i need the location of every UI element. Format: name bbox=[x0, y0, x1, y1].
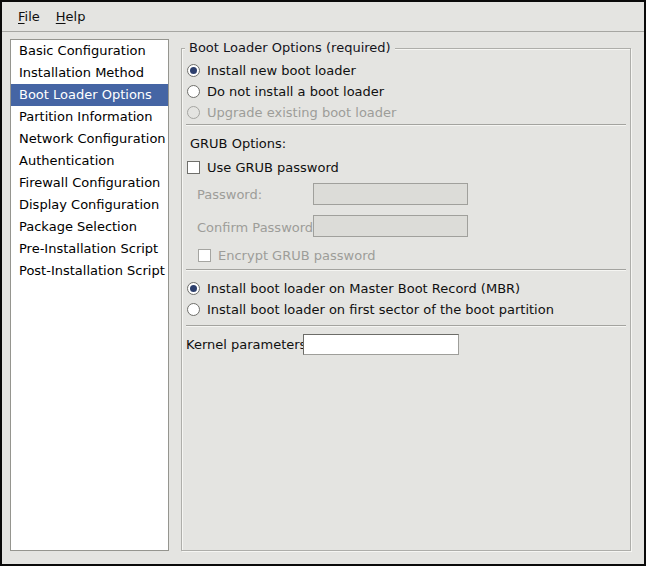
sidebar-item-display-configuration[interactable]: Display Configuration bbox=[11, 194, 168, 216]
menu-file-rest: ile bbox=[25, 9, 40, 24]
confirm-password-label: Confirm Password: bbox=[197, 220, 317, 235]
menu-help-accel: H bbox=[56, 9, 66, 24]
menu-help[interactable]: Help bbox=[48, 5, 94, 28]
boot-loader-options-frame: Boot Loader Options (required) Install n… bbox=[181, 48, 631, 551]
radio-icon bbox=[187, 64, 200, 77]
sidebar-item-post-installation-script[interactable]: Post-Installation Script bbox=[11, 260, 168, 282]
radio-icon bbox=[187, 282, 200, 295]
radio-label: Install boot loader on Master Boot Recor… bbox=[207, 281, 520, 296]
password-row: Password: bbox=[197, 182, 262, 206]
separator bbox=[186, 269, 626, 271]
sidebar-item-boot-loader-options[interactable]: Boot Loader Options bbox=[11, 84, 168, 106]
grub-options-label: GRUB Options: bbox=[190, 136, 286, 151]
kernel-parameters-label: Kernel parameters: bbox=[186, 337, 311, 352]
kickstart-configurator-window: File Help Basic Configuration Installati… bbox=[0, 0, 646, 566]
menu-help-rest: elp bbox=[66, 9, 86, 24]
checkbox-icon bbox=[187, 161, 200, 174]
confirm-password-row: Confirm Password: bbox=[197, 215, 317, 239]
radio-install-on-first-sector[interactable]: Install boot loader on first sector of t… bbox=[187, 299, 554, 319]
sidebar-item-firewall-configuration[interactable]: Firewall Configuration bbox=[11, 172, 168, 194]
sidebar-item-basic-configuration[interactable]: Basic Configuration bbox=[11, 40, 168, 62]
radio-install-on-mbr[interactable]: Install boot loader on Master Boot Recor… bbox=[187, 278, 520, 298]
checkbox-label: Encrypt GRUB password bbox=[218, 248, 376, 263]
sidebar-item-authentication[interactable]: Authentication bbox=[11, 150, 168, 172]
sidebar-item-package-selection[interactable]: Package Selection bbox=[11, 216, 168, 238]
checkbox-label: Use GRUB password bbox=[207, 160, 339, 175]
separator bbox=[186, 124, 626, 126]
radio-label: Upgrade existing boot loader bbox=[207, 105, 396, 120]
menu-file[interactable]: File bbox=[10, 5, 48, 28]
radio-icon bbox=[187, 85, 200, 98]
radio-install-new-boot-loader[interactable]: Install new boot loader bbox=[187, 60, 356, 80]
radio-do-not-install-boot-loader[interactable]: Do not install a boot loader bbox=[187, 81, 384, 101]
checkbox-icon bbox=[198, 249, 211, 262]
checkbox-use-grub-password[interactable]: Use GRUB password bbox=[187, 157, 339, 177]
confirm-password-input bbox=[313, 215, 468, 237]
password-input bbox=[313, 183, 468, 205]
separator bbox=[186, 325, 626, 327]
sidebar-item-network-configuration[interactable]: Network Configuration bbox=[11, 128, 168, 150]
sidebar-item-partition-information[interactable]: Partition Information bbox=[11, 106, 168, 128]
radio-label: Install boot loader on first sector of t… bbox=[207, 302, 554, 317]
kernel-parameters-row: Kernel parameters: bbox=[186, 334, 311, 355]
frame-title: Boot Loader Options (required) bbox=[185, 40, 395, 55]
password-label: Password: bbox=[197, 187, 262, 202]
checkbox-encrypt-grub-password: Encrypt GRUB password bbox=[198, 245, 376, 265]
kernel-parameters-input[interactable] bbox=[303, 334, 459, 355]
sidebar-item-pre-installation-script[interactable]: Pre-Installation Script bbox=[11, 238, 168, 260]
radio-label: Do not install a boot loader bbox=[207, 84, 384, 99]
radio-icon bbox=[187, 303, 200, 316]
sidebar-item-installation-method[interactable]: Installation Method bbox=[11, 62, 168, 84]
menubar: File Help bbox=[2, 2, 644, 32]
radio-icon bbox=[187, 106, 200, 119]
radio-label: Install new boot loader bbox=[207, 63, 356, 78]
category-list: Basic Configuration Installation Method … bbox=[10, 39, 169, 551]
radio-upgrade-existing-boot-loader: Upgrade existing boot loader bbox=[187, 102, 396, 122]
